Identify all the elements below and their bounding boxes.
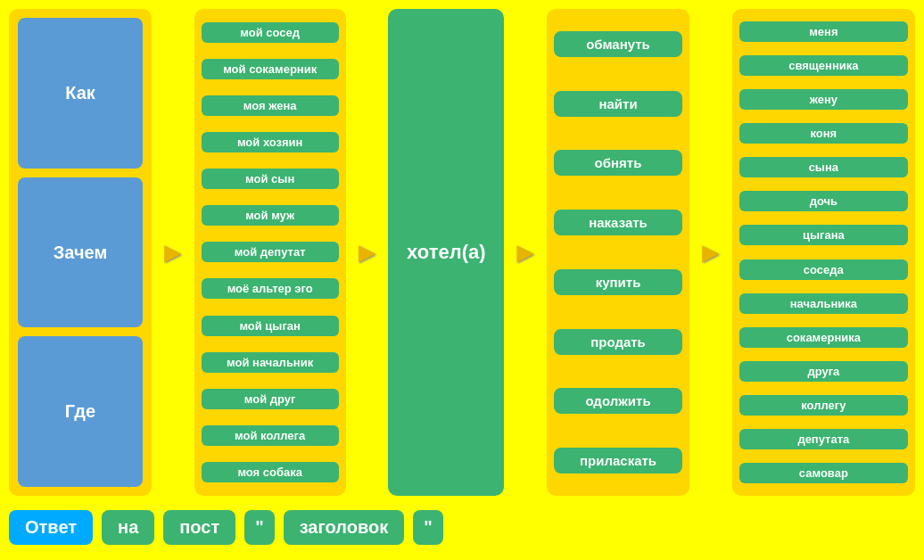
- col1-item[interactable]: Как: [18, 18, 143, 169]
- col5-item[interactable]: дочь: [739, 191, 908, 211]
- col5-item[interactable]: коллегу: [739, 395, 908, 416]
- col2-item[interactable]: мой цыган: [202, 316, 339, 336]
- col5-item[interactable]: друга: [739, 361, 908, 382]
- col2-item[interactable]: мой начальник: [202, 352, 339, 373]
- columns-row: КакЗачемГде ► мой соседмой сокамерникмоя…: [9, 9, 915, 496]
- col2-item[interactable]: моё альтер эго: [202, 278, 339, 299]
- col5-item[interactable]: сокамерника: [739, 327, 908, 348]
- col5-item[interactable]: депутата: [739, 429, 908, 449]
- arrow1: ►: [159, 9, 187, 496]
- col5-item[interactable]: меня: [739, 21, 908, 42]
- post-button[interactable]: пост: [163, 510, 235, 545]
- col5-item[interactable]: начальника: [739, 293, 908, 314]
- col4-item[interactable]: обмануть: [554, 31, 682, 57]
- title-button[interactable]: заголовок: [284, 510, 405, 545]
- col2-item[interactable]: мой муж: [202, 205, 339, 226]
- on-button[interactable]: на: [102, 510, 154, 545]
- col4-container: обманутьнайтиобнятьнаказатькупитьпродать…: [547, 9, 689, 496]
- col2-item[interactable]: мой сокамерник: [202, 59, 339, 79]
- col2-item[interactable]: мой хозяин: [202, 132, 339, 152]
- col5-item[interactable]: цыгана: [739, 225, 908, 245]
- col4-item[interactable]: купить: [554, 269, 682, 295]
- col4-item[interactable]: найти: [554, 91, 682, 117]
- bottom-bar: Ответ на пост " заголовок ": [9, 503, 915, 551]
- col3-text: хотел(а): [407, 241, 485, 264]
- col4-item[interactable]: приласкать: [554, 448, 682, 474]
- col2-item[interactable]: мой сын: [202, 169, 339, 189]
- col1-item[interactable]: Где: [18, 336, 143, 487]
- col3-container: хотел(а): [388, 9, 504, 496]
- col2-item[interactable]: мой друг: [202, 389, 339, 409]
- col5-item[interactable]: сына: [739, 157, 908, 177]
- col2-item[interactable]: моя жена: [202, 95, 339, 116]
- col5-container: менясвященникаженуконясынадочьцыганасосе…: [732, 9, 915, 496]
- col4-item[interactable]: наказать: [554, 210, 682, 235]
- col5-item[interactable]: самовар: [739, 463, 908, 483]
- col4-item[interactable]: обнять: [554, 150, 682, 176]
- answer-button[interactable]: Ответ: [9, 510, 93, 545]
- col1-container: КакЗачемГде: [9, 9, 152, 496]
- arrow3: ►: [511, 9, 540, 496]
- quote-open-button[interactable]: ": [244, 510, 274, 545]
- arrow2: ►: [353, 9, 382, 496]
- col5-item[interactable]: коня: [739, 123, 908, 144]
- col5-item[interactable]: жену: [739, 89, 908, 110]
- col2-item[interactable]: мой депутат: [202, 242, 339, 262]
- col4-item[interactable]: продать: [554, 329, 682, 355]
- col5-item[interactable]: соседа: [739, 259, 908, 280]
- col2-container: мой соседмой сокамерникмоя женамой хозяи…: [194, 9, 346, 496]
- col4-item[interactable]: одолжить: [554, 388, 682, 414]
- arrow4: ►: [697, 9, 725, 496]
- col2-item[interactable]: мой коллега: [202, 425, 339, 446]
- quote-close-button[interactable]: ": [413, 510, 442, 545]
- col1-item[interactable]: Зачем: [18, 177, 143, 328]
- col2-item[interactable]: моя собака: [202, 462, 339, 482]
- col5-item[interactable]: священника: [739, 55, 908, 76]
- col2-item[interactable]: мой сосед: [202, 22, 339, 43]
- main-container: КакЗачемГде ► мой соседмой сокамерникмоя…: [0, 0, 924, 560]
